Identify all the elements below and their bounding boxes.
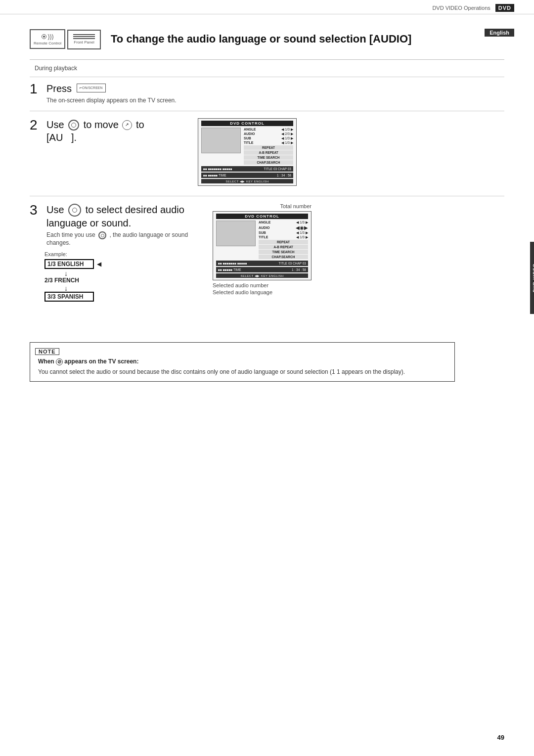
time-label-3: ■■ ■■■■■ TIME	[218, 268, 241, 271]
ab-repeat-btn-2: A-B REPEAT	[244, 150, 293, 155]
dvd-select-bar-2: SELECT ◀▶ KEY ENGLISH	[201, 179, 293, 183]
time-search-btn-3: TIME SEARCH	[259, 250, 308, 254]
arrow-1-indicator: ◀	[97, 261, 101, 267]
dvd-status-bar-2: ■■ ■■■■■■■ ■■■■■ TITLE 03 CHAP 03	[201, 166, 293, 172]
remote-icon-inner: )))	[42, 33, 54, 40]
screen-preview-3	[216, 221, 256, 246]
dvd-control-title-3: DVD CONTROL	[216, 214, 308, 219]
sub-value-2: ◀ 1/3 ▶	[281, 136, 293, 140]
audio-icon-3: ◀◉▶	[296, 225, 308, 230]
jog-inner-3	[72, 208, 77, 213]
angle-num-3: 1/3	[300, 221, 305, 224]
down-arrow-icon-1: ↓	[64, 270, 198, 277]
angle-right-arrow-2: ▶	[291, 128, 293, 132]
step-2-audio-label: [AU ].	[46, 132, 77, 143]
down-arrow-1: ↓	[59, 270, 198, 277]
dvd-control-title-2: DVD CONTROL	[201, 121, 293, 126]
cursor-icon: ↗	[122, 120, 132, 130]
step-3-number: 3	[30, 203, 42, 217]
chap-search-btn-2: CHAP.SEARCH	[244, 160, 293, 165]
status-left-2: ■■ ■■■■■■■ ■■■■■	[203, 167, 232, 171]
down-arrow-2: ↓	[59, 285, 198, 292]
when-text: When	[38, 358, 54, 365]
speaker-icon	[42, 34, 46, 39]
down-arrow-icon-2: ↓	[64, 285, 198, 292]
jog-wheel-icon-3	[68, 204, 81, 217]
sub-label-2: SUB	[244, 136, 258, 140]
selected-audio-language-label: Selected audio language	[213, 289, 272, 295]
page-number: 49	[497, 734, 504, 741]
remote-control-label: Remote Control	[34, 41, 61, 45]
audio-option-3: 3/3 SPANISH	[44, 292, 198, 302]
step-3-row: 3 Use to select desired audio language o…	[30, 203, 198, 247]
step-3-desc: Each time you use , the audio language o…	[46, 231, 198, 246]
angle-label-3: ANGLE	[259, 221, 272, 224]
step-3-content: Use to select desired audio language or …	[46, 203, 198, 247]
example-label: Example:	[44, 251, 198, 257]
step-1-desc: The on-screen display appears on the TV …	[46, 97, 504, 104]
no-symbol-icon: ⊘	[56, 358, 63, 365]
repeat-btn-2: REPEAT	[244, 145, 293, 150]
panel-lines	[73, 34, 95, 39]
during-playback-label: During playback	[35, 65, 504, 72]
dvd-badge: DVD	[495, 4, 514, 12]
step-2-to-text: to	[136, 119, 144, 130]
step-1-number: 1	[30, 82, 42, 96]
audio-num-2: 2/3	[285, 132, 290, 135]
audio-row-3: AUDIO ◀◉▶	[259, 225, 308, 230]
note-when-text: When ⊘ appears on the TV screen:	[38, 358, 446, 365]
section-divider	[30, 59, 504, 60]
title-num-2: 1/3	[285, 141, 290, 144]
sub-right-arrow-3: ▶	[306, 231, 308, 235]
audio-examples: Example: 1/3 ENGLISH ◀ ↓ 2/3 FRENCH ↓ 3/…	[44, 251, 198, 302]
device-icons: ))) Remote Control Front Panel	[30, 29, 101, 49]
front-panel-icon: Front Panel	[67, 30, 101, 49]
note-body-text: You cannot select the audio or sound bec…	[38, 367, 446, 376]
sub-num-2: 1/3	[285, 136, 290, 140]
jog-icon-inline	[98, 231, 106, 239]
step-3-dvd-control: DVD CONTROL ANGLE ◀ 1/3 ▶	[213, 211, 312, 280]
status-title-chap-3: TITLE 03 CHAP 03	[278, 262, 306, 265]
title-right-arrow-2: ▶	[291, 141, 293, 145]
status-title-chap-2: TITLE 03 CHAP 03	[264, 167, 291, 171]
angle-right-arrow-3: ▶	[306, 221, 308, 224]
audio-value-3: ◀◉▶	[296, 225, 308, 230]
dvd-select-bar-3: SELECT ◀▶ KEY ENGLISH	[216, 273, 308, 278]
selected-audio-number-label: Selected audio number	[213, 282, 268, 288]
ab-repeat-btn-3: A-B REPEAT	[259, 245, 308, 249]
title-right-arrow-3: ▶	[306, 235, 308, 239]
chap-search-btn-3: CHAP.SEARCH	[259, 255, 308, 259]
sub-value-3: ◀ 1/3 ▶	[296, 231, 308, 235]
step-1: 1 Press ⌐ON/SCREEN The on-screen display…	[30, 82, 504, 104]
angle-value-3: ◀ 1/3 ▶	[296, 221, 308, 224]
audio-row-2: AUDIO ◀ 2/3 ▶	[244, 132, 293, 136]
page-header: DVD VIDEO Operations DVD	[0, 0, 534, 14]
jog-wheel-icon	[68, 120, 79, 131]
sub-row-2: SUB ◀ 1/3 ▶	[244, 136, 293, 140]
audio-option-1-label: 1/3 ENGLISH	[44, 259, 94, 269]
audio-label-2: AUDIO	[244, 132, 258, 135]
title-num-3: 1/3	[300, 235, 305, 239]
step-3-end-text: to select desired audio language or soun…	[46, 204, 184, 229]
note-title: NOTE	[35, 348, 59, 355]
step-2-left: 2 Use to move ↗ to [AU ].	[30, 118, 188, 146]
jog-inner	[71, 123, 76, 128]
panel-line-1	[73, 34, 95, 35]
dvd-time-bar-2: ■■ ■■■■■ TIME 1 : 34 : 58	[201, 173, 293, 178]
step-3-right: Total number DVD CONTROL ANGLE ◀ 1/3 ▶	[208, 203, 504, 295]
front-panel-label: Front Panel	[74, 40, 94, 44]
dvd-status-bar-3: ■■ ■■■■■■■ ■■■■■ TITLE 03 CHAP 03	[216, 261, 308, 266]
dvd-video-operations-tab: DVD VIDEO DVD VIDEO operations	[530, 242, 534, 314]
panel-line-3	[73, 38, 95, 39]
dvd-time-bar-3: ■■ ■■■■■ TIME 1 : 34 : 58	[216, 267, 308, 272]
step1-divider	[30, 77, 504, 77]
audio-right-arrow-2: ▶	[291, 132, 293, 136]
step-2-use-text: Use	[46, 119, 64, 130]
dvd-video-label: DVD VIDEO	[532, 264, 534, 293]
step-3: 3 Use to select desired audio language o…	[30, 196, 504, 303]
sub-num-3: 1/3	[300, 231, 305, 234]
sub-left-arrow-3: ◀	[296, 231, 299, 235]
title-value-3: ◀ 1/3 ▶	[296, 235, 308, 239]
step-2-title: Use to move ↗ to [AU ].	[46, 118, 188, 144]
wave-icon: )))	[48, 33, 54, 40]
